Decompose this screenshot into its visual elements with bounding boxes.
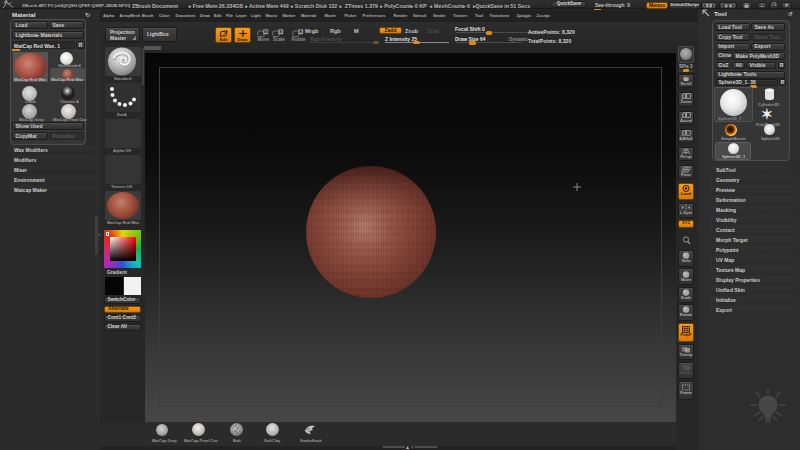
svg-text:M: M	[264, 29, 268, 34]
svg-text:S: S	[279, 29, 282, 34]
svg-text:R: R	[299, 29, 302, 34]
